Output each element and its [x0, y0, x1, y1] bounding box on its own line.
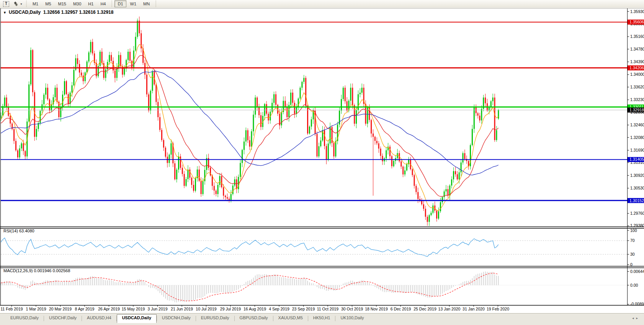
candle-body [345, 88, 346, 101]
candle-body [25, 151, 26, 156]
chart-canvas[interactable]: 1.359301.355501.351601.347801.343901.340… [0, 8, 644, 313]
price-axis-tick: 1.34000 [630, 72, 644, 77]
candle-body [273, 94, 275, 103]
timeframe-button-m15[interactable]: M15 [55, 0, 69, 7]
candle-body [412, 169, 413, 175]
symbol-dropdown-icon[interactable]: ▼ [3, 11, 7, 15]
candle-body [13, 129, 15, 141]
candle-body [244, 142, 245, 150]
symbol-tabs: EURUSD,DailyUSDCHF,DailyAUDUSD,H4USDCAD,… [5, 314, 369, 323]
candle-body [219, 176, 220, 185]
candle-body [34, 92, 35, 137]
candle-body [109, 55, 110, 62]
timeframe-button-h4[interactable]: H4 [97, 0, 109, 7]
candle-body [481, 109, 482, 120]
candle-body [350, 88, 351, 101]
candle-body [129, 52, 131, 61]
chart-tab-audusd-h4[interactable]: AUDUSD,H4 [82, 315, 116, 322]
price-panel[interactable] [0, 16, 627, 226]
candle-body [318, 146, 319, 157]
candle-body [476, 107, 477, 113]
candle-body [453, 171, 454, 179]
chart-tab-xauusd-m5[interactable]: XAUUSD,M5 [273, 315, 308, 322]
candle-body [352, 88, 353, 105]
macd-indicator-label: MACD(12,26,9) 0.001946 0.002568 [3, 268, 70, 273]
arrange-arrows-icon[interactable] [11, 1, 19, 7]
timeframe-button-d1[interactable]: D1 [114, 0, 126, 7]
candle-body [43, 95, 44, 104]
chart-tab-uk100-daily[interactable]: UK100,Daily [335, 315, 369, 322]
candle-body [193, 185, 194, 191]
candle-body [315, 111, 316, 134]
price-axis-tick: 1.31690 [630, 148, 644, 152]
chart-tab-usdcnh-daily[interactable]: USDCNH,Daily [157, 315, 196, 322]
candle-body [294, 103, 295, 114]
candle-body [376, 141, 378, 143]
candle-body [47, 88, 48, 100]
price-axis-tick: 1.34780 [630, 47, 644, 51]
candle-body [217, 185, 219, 194]
candle-body [163, 140, 164, 148]
date-axis-label: 4 Sep 2019 [269, 307, 289, 311]
candle-body [131, 61, 132, 68]
candle-body [406, 164, 407, 170]
candle-body [361, 88, 363, 93]
candle-body [36, 129, 37, 137]
candle-body [380, 149, 381, 156]
candle-body [459, 172, 460, 179]
rsi-axis-tick: 100 [630, 228, 637, 233]
candle-body [451, 179, 452, 185]
candle-body [249, 140, 250, 147]
chart-tab-hk50-h1[interactable]: HK50,H1 [308, 315, 335, 322]
candle-body [303, 78, 304, 82]
timeframe-button-w1[interactable]: W1 [127, 0, 140, 7]
candle-body [281, 112, 282, 126]
candle-body [371, 120, 372, 133]
candle-body [498, 110, 499, 118]
candle-body [320, 140, 321, 146]
date-axis-label: 13 Jan 2020 [438, 307, 461, 311]
candle-body [201, 181, 202, 194]
timeframe-button-m5[interactable]: M5 [42, 0, 54, 7]
candle-body [189, 170, 190, 178]
candle-body [258, 107, 260, 115]
candle-body [15, 141, 16, 150]
price-level-badge-text: 1.30152 [629, 198, 644, 203]
text-label-tool-icon[interactable]: T [3, 1, 9, 7]
candle-body [474, 107, 475, 129]
timeframe-button-h1[interactable]: H1 [85, 0, 96, 7]
candle-body [111, 55, 112, 61]
candle-body [56, 88, 57, 102]
price-level-badge-text: 1.32918 [629, 108, 644, 112]
macd-panel[interactable] [1, 271, 627, 302]
date-axis-label: 11 Oct 2019 [317, 307, 339, 311]
scroll-right-icon[interactable]: ▸ [636, 316, 640, 320]
candle-body [159, 117, 160, 130]
candle-body [77, 58, 78, 64]
timeframe-button-m1[interactable]: M1 [29, 0, 41, 7]
macd-axis-tick: 0.00 [630, 283, 638, 287]
chart-tab-eurusd-daily[interactable]: EURUSD,Daily [5, 315, 44, 322]
candle-body [137, 21, 138, 37]
candle-body [87, 62, 88, 73]
chart-tab-gbpusd-daily[interactable]: GBPUSD,Daily [235, 315, 273, 322]
candle-body [436, 211, 437, 219]
tab-scroll-arrows[interactable]: ◂▸ [632, 316, 640, 320]
candle-body [144, 63, 145, 75]
date-axis-label: 6 Dec 2019 [391, 307, 411, 311]
chart-tab-eurusd-daily[interactable]: EURUSD,Daily [196, 315, 234, 322]
candle-body [182, 168, 183, 174]
candle-body [161, 130, 162, 140]
chart-tab-usdcad-daily[interactable]: USDCAD,Daily [117, 314, 157, 323]
timeframe-button-m30[interactable]: M30 [70, 0, 84, 7]
chart-ohlc-values: 1.32656 1.32957 1.32616 1.32918 [43, 10, 114, 15]
scroll-left-icon[interactable]: ◂ [632, 316, 636, 320]
chart-tab-usdchf-daily[interactable]: USDCHF,Daily [44, 315, 82, 322]
rsi-panel[interactable] [1, 238, 627, 256]
date-axis-label: 26 Apr 2019 [98, 307, 120, 311]
timeframe-button-mn[interactable]: MN [140, 0, 153, 7]
chevron-down-icon[interactable]: ▼ [20, 3, 23, 5]
price-level-badge-text: 1.31405 [629, 157, 644, 162]
candle-body [402, 167, 404, 175]
candle-body [347, 101, 348, 111]
